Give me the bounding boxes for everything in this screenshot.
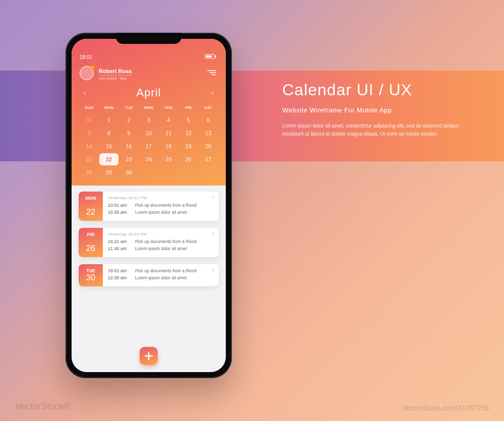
date-cell[interactable]: 26 [179,153,198,165]
date-cell[interactable]: 6 [199,114,218,126]
event-body: Yesterday 00:22 PM10:01 amPick up docume… [103,192,219,221]
date-cell[interactable]: 10 [139,127,158,139]
event-card[interactable]: MON22Yesterday 00:22 PM10:01 amPick up d… [79,192,219,221]
date-cell[interactable]: 8 [99,127,118,139]
date-cell[interactable]: 23 [119,153,138,165]
hero-title: Calendar UI / UX [282,81,474,99]
event-body: 18:01 amPick up documents from a friend1… [103,264,219,286]
calendar-header: 18:01 Robert Ross nice project · Mon [72,39,226,186]
date-cell[interactable]: 5 [179,114,198,126]
weekday-label: SAT [199,105,218,110]
date-cell[interactable]: 24 [139,153,158,165]
date-cell[interactable] [139,166,158,178]
event-day: FRI [81,232,101,237]
weekday-label: FRI [179,105,198,110]
date-cell[interactable]: 7 [80,127,98,139]
date-cell[interactable]: 11 [159,127,178,139]
event-timestamp: Yesterday 00:22 PM [108,196,214,200]
event-date-num: 30 [81,273,101,282]
event-row: 11:40 amLorem ipsum dolor sit amet [108,246,214,251]
status-bar: 18:01 [80,54,218,60]
phone-notch [116,33,181,44]
event-time: 12:30 am [108,275,130,280]
date-cell[interactable]: 9 [119,127,138,139]
weekday-label: TUE [119,105,138,110]
phone-screen: 18:01 Robert Ross nice project · Mon [72,39,226,372]
date-cell[interactable]: 29 [99,166,118,178]
date-cell[interactable]: 17 [139,140,158,152]
battery-icon [205,54,218,60]
hero-subtitle: Website Wireframe For Mobile App [282,106,474,114]
date-cell[interactable]: 16 [119,140,138,152]
date-cell[interactable]: 14 [80,140,98,152]
date-cell[interactable]: 12 [179,127,198,139]
date-cell[interactable]: 22 [99,153,118,165]
date-cell[interactable]: 18 [159,140,178,152]
close-icon[interactable]: × [212,195,215,200]
weekday-label: SUN [80,105,98,110]
event-body: Yesterday 00:22 PM16:21 amPick up docume… [103,228,219,257]
date-cell[interactable]: 13 [199,127,218,139]
event-date-badge: MON22 [79,192,103,221]
event-date-num: 26 [81,244,101,253]
next-month-button[interactable]: › [207,87,218,99]
event-day: MON [81,196,101,201]
event-time: 18:01 am [108,268,130,273]
event-date-badge: TUE30 [79,264,103,286]
phone-frame: 18:01 Robert Ross nice project · Mon [66,33,232,378]
profile-name: Robert Ross [99,68,132,76]
close-icon[interactable]: × [212,267,215,273]
event-row: 15:30 amLorem ipsum dolor sit amet [108,210,214,215]
date-cell[interactable]: 4 [159,114,178,126]
event-row: 12:30 amLorem ipsum dolor sit amet [108,275,214,280]
date-cell[interactable]: 1 [99,114,118,126]
date-cell[interactable]: 15 [99,140,118,152]
date-cell[interactable]: 31 [80,114,98,126]
event-date-num: 22 [81,208,101,217]
watermark-id: VectorStock.com/24787258 [403,404,489,412]
events-list: MON22Yesterday 00:22 PM10:01 amPick up d… [72,186,226,324]
status-time: 18:01 [80,54,92,60]
hero-body: Lorem ipsum dolor sit amet, consectetur … [282,122,474,138]
date-cell[interactable]: 27 [199,153,218,165]
svg-rect-7 [206,55,212,57]
avatar[interactable] [80,66,94,80]
weekday-label: WED [139,105,158,110]
prev-month-button[interactable]: ‹ [80,87,90,99]
event-card[interactable]: FRI26Yesterday 00:22 PM16:21 amPick up d… [79,228,219,257]
event-time: 15:30 am [108,210,130,215]
date-cell[interactable] [199,166,218,178]
date-cell[interactable]: 30 [119,166,138,178]
profile-meta: nice project · Mon [99,77,201,80]
event-date-badge: FRI26 [79,228,103,257]
event-title: Lorem ipsum dolor sit amet [135,246,214,251]
event-title: Lorem ipsum dolor sit amet [135,210,214,215]
add-event-button[interactable] [140,347,158,365]
date-cell[interactable] [159,166,178,178]
month-title: April [136,86,161,99]
profile-row[interactable]: Robert Ross nice project · Mon [80,66,218,80]
event-title: Pick up documents from a friend [135,203,214,208]
event-day: TUE [81,268,101,273]
date-cell[interactable]: 3 [139,114,158,126]
menu-icon[interactable] [206,69,218,78]
date-cell[interactable]: 25 [159,153,178,165]
close-icon[interactable]: × [212,231,215,236]
date-grid: 3112345678910111213141516171819202122232… [80,114,218,178]
date-cell[interactable]: 2 [119,114,138,126]
date-cell[interactable]: 21 [80,153,98,165]
event-title: Pick up documents from a friend [135,239,214,244]
date-cell[interactable] [179,166,198,178]
event-card[interactable]: TUE3018:01 amPick up documents from a fr… [79,264,219,286]
svg-point-4 [453,327,455,329]
date-cell[interactable]: 28 [80,166,98,178]
hero-text: Calendar UI / UX Website Wireframe For M… [282,81,474,138]
event-row: 16:21 amPick up documents from a friend [108,239,214,244]
event-title: Lorem ipsum dolor sit amet [135,275,214,280]
svg-rect-8 [215,55,216,57]
month-nav: ‹ April › [80,86,218,99]
watermark-brand: VectorStock® [15,401,70,412]
date-cell[interactable]: 20 [199,140,218,152]
event-row: 18:01 amPick up documents from a friend [108,268,214,273]
date-cell[interactable]: 19 [179,140,198,152]
